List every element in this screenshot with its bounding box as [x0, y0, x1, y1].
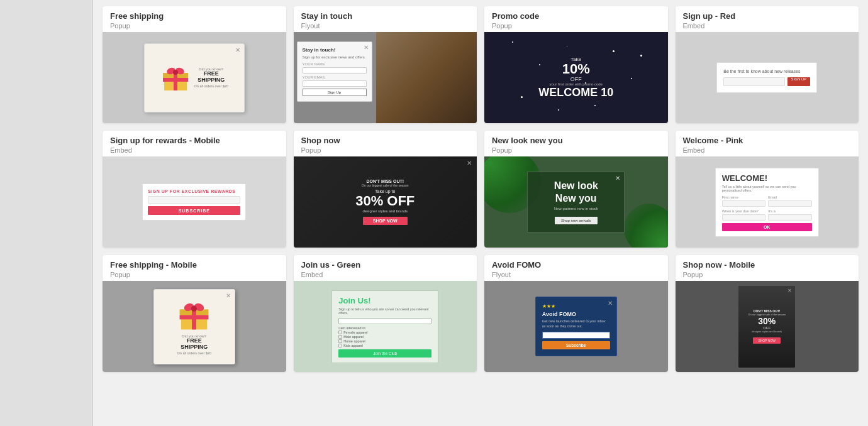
email-input — [338, 318, 431, 324]
shop-percent: 30% OFF — [355, 194, 415, 209]
main-content: Free shipping Popup ✕ — [93, 0, 868, 426]
card-header: Stay in touch Flyout — [294, 6, 477, 32]
brand-text: designer styles and brands — [748, 330, 786, 333]
fomo-sub: Get new launches delivered to your inbox… — [542, 319, 610, 328]
rewards-title: SIGN UP FOR EXCLUSIVE REWARDS — [148, 189, 240, 194]
rewards-form: SIGN UP FOR EXCLUSIVE REWARDS SUBSCRIBE — [142, 183, 246, 221]
card-sign-up-red[interactable]: Sign up - Red Embed Be the first to know… — [676, 6, 859, 123]
rewards-input — [148, 196, 240, 204]
checkbox — [338, 335, 342, 339]
discount-percent: 30% — [748, 316, 786, 326]
svg-rect-10 — [192, 309, 196, 329]
card-shop-now-mobile[interactable]: Shop now - Mobile Popup ✕ DON'T MISS OUT… — [676, 255, 859, 372]
new-look-btn[interactable]: Shop new arrivals — [555, 217, 598, 224]
card-title: Shop now - Mobile — [683, 260, 852, 270]
card-free-shipping-mobile[interactable]: Free shipping - Mobile Popup ✕ — [103, 255, 286, 372]
promo-code-text: WELCOME 10 — [538, 86, 613, 99]
gift-box-icon — [160, 63, 191, 93]
form-label-email: YOUR EMAIL — [303, 75, 367, 79]
card-header: Free shipping - Mobile Popup — [103, 255, 286, 281]
welcome-title: WELCOME! — [722, 173, 812, 183]
new-look-sub: New patterns now in stock — [535, 207, 616, 210]
card-title: Free shipping - Mobile — [110, 260, 279, 270]
card-type: Embed — [301, 271, 470, 278]
card-image: SIGN UP FOR EXCLUSIVE REWARDS SUBSCRIBE — [103, 156, 286, 248]
card-title: Promo code — [492, 11, 660, 21]
checkbox — [338, 330, 342, 334]
card-rewards-mobile[interactable]: Sign up for rewards - Mobile Embed SIGN … — [103, 131, 286, 248]
card-type: Popup — [683, 271, 852, 278]
sale-subtext: On our biggest sale of the season — [748, 313, 786, 316]
card-image: ✕ Stay in touch! Sign up for exclusive n… — [294, 32, 477, 123]
card-new-look[interactable]: New look new you Popup ✕ New lookNew you… — [484, 131, 668, 248]
avoid-fomo-preview: ✕ ★★★ Avoid FOMO Get new launches delive… — [484, 281, 668, 372]
check-item-home: Home apparel — [338, 339, 431, 343]
check-label: Kids apparel — [343, 344, 363, 347]
email-input — [768, 200, 812, 207]
subscribe-btn[interactable]: Subscribe — [542, 341, 610, 349]
shop-now-content: DON'T MISS OUT! On our biggest sale of t… — [355, 179, 415, 224]
due-date-input — [722, 214, 766, 221]
card-title: Sign up for rewards - Mobile — [110, 136, 279, 145]
form-label: YOUR NAME — [303, 62, 367, 66]
card-avoid-fomo[interactable]: Avoid FOMO Flyout ✕ ★★★ Avoid FOMO Get n… — [484, 255, 668, 372]
check-item-female: Female apparel — [338, 330, 431, 334]
sign-up-button: Sign Up — [303, 89, 367, 96]
new-look-title: New lookNew you — [535, 180, 616, 204]
card-header: Shop now - Mobile Popup — [676, 255, 859, 281]
check-item: I am interested in: — [338, 326, 431, 330]
card-type: Popup — [110, 22, 279, 30]
card-type: Popup — [492, 22, 660, 30]
ok-button[interactable]: OK — [722, 223, 812, 231]
card-shop-now[interactable]: Shop now Popup ✕ DON'T MISS OUT! On our … — [294, 131, 477, 248]
sign-up-btn: SIGN UP — [787, 77, 811, 86]
card-image: Be the first to know about new releases … — [676, 32, 859, 123]
new-look-preview: ✕ New lookNew you New patterns now in st… — [484, 156, 668, 248]
first-name-label: First name — [722, 195, 766, 199]
close-icon: ✕ — [608, 300, 613, 307]
its-a-label: It's a — [768, 209, 812, 213]
first-name-input — [722, 200, 766, 207]
email-input — [303, 80, 367, 87]
card-title: Sign up - Red — [683, 11, 852, 21]
card-promo-code[interactable]: Promo code Popup — [484, 6, 668, 123]
close-icon: ✕ — [226, 292, 231, 299]
checkbox — [338, 339, 342, 343]
join-club-btn[interactable]: Join the Club — [338, 349, 431, 358]
card-free-shipping[interactable]: Free shipping Popup ✕ — [103, 6, 286, 123]
card-header: Free shipping Popup — [103, 6, 286, 32]
input-row: SIGN UP — [723, 77, 810, 86]
welcome-sub: Tell us a little about yourself so we ca… — [722, 185, 812, 192]
email-label: Email — [768, 195, 812, 199]
free-ship-mob-preview: ✕ Did you know? FREESHIPPING — [103, 281, 286, 372]
check-label: Female apparel — [343, 330, 367, 334]
shop-mob-preview: ✕ DON'T MISS OUT! On our biggest sale of… — [676, 281, 859, 372]
promo-content: Take 10% OFF your first order with promo… — [538, 57, 613, 99]
shop-now-preview: ✕ DON'T MISS OUT! On our biggest sale of… — [294, 156, 477, 248]
signup-red-preview: Be the first to know about new releases … — [676, 32, 859, 123]
card-welcome-pink[interactable]: Welcome - Pink Embed WELCOME! Tell us a … — [676, 131, 859, 248]
card-type: Popup — [492, 146, 660, 154]
card-image: ✕ ★★★ Avoid FOMO Get new launches delive… — [484, 281, 668, 372]
card-header: Shop now Popup — [294, 131, 477, 156]
name-input — [303, 67, 367, 74]
join-us-preview: Join Us! Sign up to tell us who you are … — [294, 281, 477, 372]
promo-preview: Take 10% OFF your first order with promo… — [484, 32, 668, 123]
close-icon: ✕ — [364, 44, 369, 51]
shop-btn[interactable]: SHOP NOW — [363, 217, 408, 225]
card-image: ✕ — [103, 32, 286, 123]
form-sub: Sign up for exclusive news and offers. — [303, 55, 367, 59]
card-title: Stay in touch — [301, 11, 470, 21]
shop-now-btn[interactable]: SHOP NOW — [753, 337, 781, 344]
due-date-col: When is your due date? — [722, 209, 766, 221]
card-stay-in-touch[interactable]: Stay in touch Flyout ✕ Stay in touch! Si… — [294, 6, 477, 123]
check-item-kids: Kids apparel — [338, 344, 431, 347]
card-header: New look new you Popup — [484, 131, 668, 156]
card-image: ✕ DON'T MISS OUT! On our biggest sale of… — [676, 281, 859, 372]
welcome-pink-form: WELCOME! Tell us a little about yourself… — [715, 168, 819, 237]
card-header: Avoid FOMO Flyout — [484, 255, 668, 281]
card-type: Flyout — [492, 271, 660, 278]
card-join-us-green[interactable]: Join us - Green Embed Join Us! Sign up t… — [294, 255, 477, 372]
welcome-pink-preview: WELCOME! Tell us a little about yourself… — [676, 156, 859, 248]
new-look-popup: ✕ New lookNew you New patterns now in st… — [527, 172, 625, 232]
